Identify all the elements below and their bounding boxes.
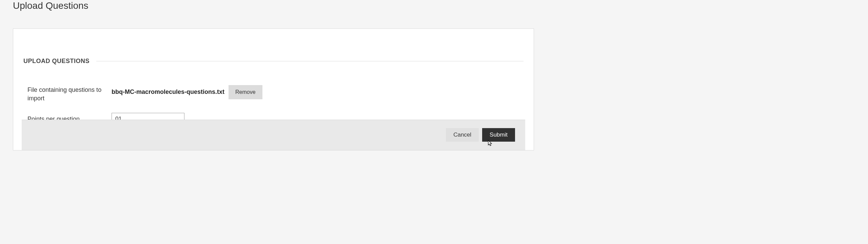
upload-panel: UPLOAD QUESTIONS File containing questio… xyxy=(13,28,534,150)
remove-button[interactable]: Remove xyxy=(229,85,262,99)
section-divider xyxy=(96,61,524,61)
section-header: UPLOAD QUESTIONS xyxy=(23,58,524,65)
file-row: File containing questions to import bbq-… xyxy=(23,85,524,103)
uploaded-file-name: bbq-MC-macromolecules-questions.txt xyxy=(112,88,224,96)
file-label: File containing questions to import xyxy=(23,85,112,103)
file-value: bbq-MC-macromolecules-questions.txt Remo… xyxy=(112,85,262,99)
cancel-button[interactable]: Cancel xyxy=(446,128,479,142)
page-title: Upload Questions xyxy=(13,0,534,12)
section-heading: UPLOAD QUESTIONS xyxy=(23,58,96,65)
submit-button[interactable]: Submit xyxy=(482,128,515,142)
footer-bar: Cancel Submit xyxy=(22,120,525,150)
